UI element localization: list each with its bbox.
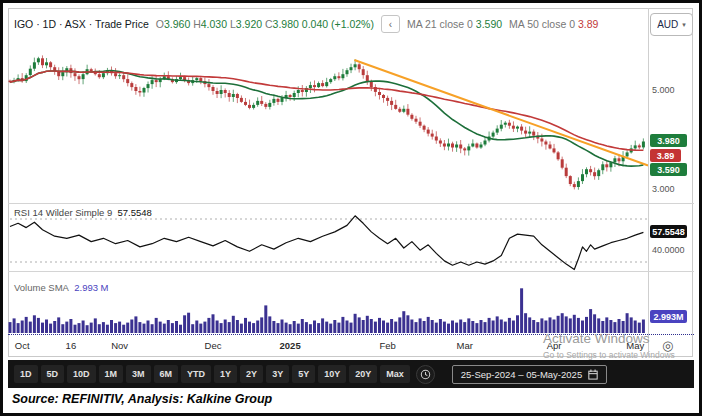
- chart-window: IGO · 1D · ASX · Trade Price O3.960 H4.0…: [0, 0, 702, 416]
- ma21-legend: MA 21 close 0 3.590: [407, 18, 502, 30]
- low-value: 3.920: [236, 18, 262, 30]
- ohlc-readout: O3.960 H4.030 L3.920 C3.980 0.040 (+1.02…: [156, 18, 374, 30]
- high-label: H: [193, 18, 201, 30]
- ma21-value: 3.590: [476, 18, 502, 30]
- time-axis-label-nov: Nov: [111, 340, 128, 351]
- currency-dropdown[interactable]: AUD ▾: [650, 13, 693, 36]
- date-range-picker[interactable]: 25-Sep-2024 – 05-May-2025: [452, 365, 607, 384]
- ma50-legend: MA 50 close 0 3.89: [509, 18, 598, 30]
- range-button-max[interactable]: Max: [380, 365, 410, 383]
- range-button-group: 1D5D10D1M3M6MYTD1Y2Y3Y5Y10Y20YMax: [14, 365, 410, 383]
- calendar-icon: [588, 369, 598, 380]
- close-label: C: [265, 18, 273, 30]
- ma50-label: MA 50 close 0: [509, 18, 575, 30]
- range-button-5d[interactable]: 5D: [41, 365, 65, 383]
- rsi-tick-40: 40.0000: [652, 245, 692, 255]
- time-axis-label-mar: Mar: [457, 340, 473, 351]
- range-button-10y[interactable]: 10Y: [318, 365, 346, 383]
- price-axis-divider: [648, 8, 649, 357]
- volume-label: Volume SMA: [14, 282, 69, 293]
- range-button-6m[interactable]: 6M: [154, 365, 179, 383]
- timeframe-toolbar: 1D5D10D1M3M6MYTD1Y2Y3Y5Y10Y20YMax 25-Sep…: [8, 360, 694, 388]
- symbol-summary: IGO · 1D · ASX · Trade Price: [14, 18, 149, 30]
- range-button-2y[interactable]: 2Y: [240, 365, 263, 383]
- rsi-axis-badge: 57.5548: [650, 225, 687, 238]
- rsi-value: 57.5548: [117, 207, 151, 218]
- time-axis-label-feb: Feb: [379, 340, 395, 351]
- date-range-text: 25-Sep-2024 – 05-May-2025: [461, 369, 582, 380]
- time-axis-label-oct: Oct: [15, 340, 30, 351]
- rsi-legend: RSI 14 Wilder Simple 9 57.5548: [14, 207, 152, 218]
- range-button-3y[interactable]: 3Y: [266, 365, 289, 383]
- range-button-1y[interactable]: 1Y: [214, 365, 237, 383]
- windows-activation-watermark: Activate Windows Go to Settings to activ…: [543, 332, 701, 360]
- time-axis-label-16: 16: [66, 340, 77, 351]
- chevron-down-icon: ▾: [682, 21, 686, 29]
- range-button-20y[interactable]: 20Y: [349, 365, 377, 383]
- open-label: O: [156, 18, 164, 30]
- time-axis-label-2025: 2025: [280, 340, 301, 351]
- volume-axis-badge: 2.993M: [650, 310, 687, 323]
- close-value: 3.980: [273, 18, 299, 30]
- change-percent: (+1.02%): [331, 18, 374, 30]
- range-button-ytd[interactable]: YTD: [181, 365, 211, 383]
- range-button-1m[interactable]: 1M: [99, 365, 124, 383]
- chevron-left-icon: ‹: [389, 19, 392, 30]
- high-value: 4.030: [201, 18, 227, 30]
- clock-button[interactable]: [416, 365, 435, 384]
- time-axis-label-may: May: [626, 340, 644, 351]
- range-button-10d[interactable]: 10D: [67, 365, 96, 383]
- collapse-legend-button[interactable]: ‹: [381, 15, 400, 33]
- volume-legend: Volume SMA 2.993 M: [14, 282, 109, 293]
- source-note: Source: REFINITIV, Analysis: Kalkine Gro…: [12, 392, 272, 406]
- price-tick-3: 3.000: [652, 184, 692, 194]
- time-axis-label-dec: Dec: [205, 340, 222, 351]
- range-button-3m[interactable]: 3M: [126, 365, 151, 383]
- volume-baseline: [8, 334, 694, 335]
- range-button-1d[interactable]: 1D: [14, 365, 38, 383]
- chart-legend: IGO · 1D · ASX · Trade Price O3.960 H4.0…: [14, 15, 598, 33]
- price-tick-5: 5.000: [652, 85, 692, 95]
- clock-icon: [420, 369, 431, 380]
- volume-sma-value: 2.993 M: [74, 282, 108, 293]
- ma21-label: MA 21 close 0: [407, 18, 473, 30]
- time-axis-label-apr: Apr: [547, 340, 562, 351]
- rsi-label: RSI 14 Wilder Simple 9: [14, 207, 112, 218]
- range-button-5y[interactable]: 5Y: [292, 365, 315, 383]
- bullseye-icon[interactable]: ◎: [662, 338, 673, 353]
- ma50-value: 3.89: [578, 18, 598, 30]
- ma21-price-badge: 3.590: [650, 163, 687, 176]
- volume-chart[interactable]: [8, 271, 648, 334]
- change-value: 0.040: [302, 18, 328, 30]
- watermark-line1: Activate Windows: [543, 332, 701, 347]
- price-chart[interactable]: [8, 8, 648, 203]
- ma50-price-badge: 3.89: [650, 149, 681, 162]
- last-price-badge: 3.980: [650, 134, 687, 147]
- watermark-line2: Go to Settings to activate Windows: [543, 351, 701, 360]
- open-value: 3.960: [164, 18, 190, 30]
- currency-value: AUD: [657, 19, 678, 30]
